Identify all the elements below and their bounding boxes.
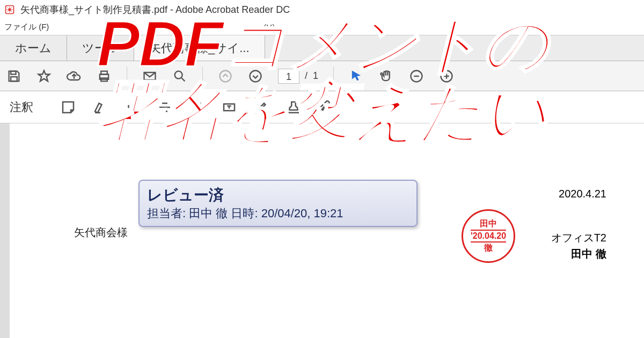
comment-meta: 担当者: 田中 徹 日時: 20/04/20, 19:21 <box>147 205 409 222</box>
print-icon[interactable] <box>97 69 112 84</box>
approval-stamp[interactable]: 田中 '20.04.20 徹 <box>462 209 515 263</box>
page-up-icon[interactable] <box>218 69 233 84</box>
svg-point-9 <box>220 70 231 82</box>
menubar: ファイル (F) (H) <box>0 19 644 35</box>
svg-rect-3 <box>11 77 17 81</box>
star-icon[interactable] <box>36 69 52 84</box>
page-current-input[interactable]: 1 <box>278 69 299 84</box>
window-title: 矢代商事様_サイト制作見積書.pdf - Adobe Acrobat Reade… <box>20 3 290 16</box>
tabbar: ホーム ツール 矢代商事様_サイ... <box>0 35 644 61</box>
menu-help-suffix[interactable]: (H) <box>264 23 275 32</box>
tab-tools[interactable]: ツール <box>67 35 134 61</box>
toolbar-divider <box>333 67 334 86</box>
zoom-in-icon[interactable] <box>439 69 454 84</box>
cloud-upload-icon[interactable] <box>67 69 82 84</box>
pointer-icon[interactable] <box>349 69 364 84</box>
strikethrough-icon[interactable] <box>157 99 173 115</box>
textbox-icon[interactable] <box>221 99 237 115</box>
stamp-surname: 田中 <box>480 218 497 230</box>
attachment-icon[interactable] <box>318 99 334 115</box>
document-date: 2020.4.21 <box>559 188 606 200</box>
stamp-date: '20.04.20 <box>471 230 506 243</box>
office-name: オフィスT2 <box>551 231 606 245</box>
tab-document[interactable]: 矢代商事様_サイ... <box>134 35 265 61</box>
comment-status: レビュー済 <box>147 185 409 205</box>
titlebar: 矢代商事様_サイト制作見積書.pdf - Adobe Acrobat Reade… <box>0 0 644 19</box>
search-icon[interactable] <box>172 69 187 84</box>
text-annotation-icon[interactable] <box>189 99 205 115</box>
page-total: 1 <box>313 70 318 82</box>
annotation-toolbar: 注釈 <box>0 91 644 123</box>
pencil-icon[interactable] <box>253 99 269 115</box>
annotation-label: 注釈 <box>10 99 33 115</box>
zoom-out-icon[interactable] <box>409 69 424 84</box>
page-sep: / <box>305 70 308 82</box>
email-icon[interactable] <box>142 69 157 84</box>
toolbar-divider <box>127 67 127 86</box>
page-down-icon[interactable] <box>248 69 263 84</box>
svg-point-10 <box>250 70 261 82</box>
page-indicator: 1 / 1 <box>278 69 318 84</box>
pdf-app-icon <box>4 4 15 15</box>
toolbar-divider <box>202 67 203 86</box>
svg-rect-5 <box>101 71 107 74</box>
save-icon[interactable] <box>6 69 21 84</box>
tab-home[interactable]: ホーム <box>0 35 67 61</box>
signer-name: 田中 徹 <box>571 247 606 261</box>
hand-icon[interactable] <box>379 69 394 84</box>
highlight-icon[interactable] <box>92 99 108 115</box>
underline-icon[interactable] <box>125 99 141 115</box>
client-name: 矢代商会様 <box>74 225 128 240</box>
stamp-given-name: 徹 <box>484 243 493 254</box>
document-area: 矢代商会様 レビュー済 担当者: 田中 徹 日時: 20/04/20, 19:2… <box>0 123 644 338</box>
stamp-icon[interactable] <box>286 99 302 115</box>
main-toolbar: 1 / 1 <box>0 61 644 91</box>
svg-point-8 <box>175 71 182 78</box>
menu-file[interactable]: ファイル (F) <box>4 22 49 32</box>
sticky-note-icon[interactable] <box>60 99 76 115</box>
svg-rect-2 <box>11 71 16 74</box>
comment-popup[interactable]: レビュー済 担当者: 田中 徹 日時: 20/04/20, 19:21 <box>138 180 418 227</box>
